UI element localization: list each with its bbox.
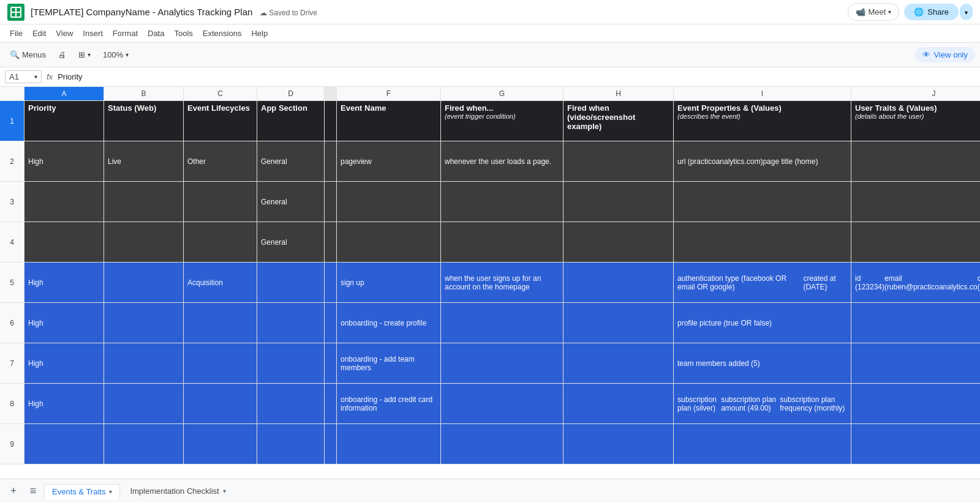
cell-g6[interactable] — [441, 303, 564, 343]
cell-e7[interactable] — [325, 343, 337, 383]
cell-c5[interactable]: Acquisition — [184, 263, 257, 302]
cell-f6[interactable]: onboarding - create profile — [337, 303, 441, 343]
cell-f9[interactable] — [337, 424, 441, 464]
cell-c6[interactable] — [184, 303, 257, 343]
cell-a5[interactable]: High — [24, 263, 104, 302]
cell-b3[interactable] — [104, 182, 184, 222]
cell-j7[interactable] — [851, 343, 980, 383]
cell-j3[interactable] — [851, 182, 980, 222]
share-chevron-button[interactable]: ▾ — [960, 4, 973, 20]
cell-j4[interactable] — [851, 222, 980, 262]
cell-h7[interactable] — [564, 343, 674, 383]
col-header-a[interactable]: A — [24, 87, 104, 100]
cell-i7[interactable]: team members added (5) — [674, 343, 851, 383]
cell-f8[interactable]: onboarding - add credit card information — [337, 384, 441, 423]
cell-g3[interactable] — [441, 182, 564, 222]
cell-i9[interactable] — [674, 424, 851, 464]
col-header-d[interactable]: D — [257, 87, 325, 100]
cell-a1[interactable]: Priority — [24, 101, 104, 141]
menus-button[interactable]: 🔍 Menus — [5, 48, 51, 62]
cell-e2[interactable] — [325, 141, 337, 181]
format-button[interactable]: ⊞ ▾ — [74, 48, 96, 62]
cell-a3[interactable] — [24, 182, 104, 222]
cell-b2[interactable]: Live — [104, 141, 184, 181]
cell-b1[interactable]: Status (Web) — [104, 101, 184, 141]
cell-d6[interactable] — [257, 303, 325, 343]
col-header-j[interactable]: J — [851, 87, 980, 100]
cell-g7[interactable] — [441, 343, 564, 383]
cell-i2[interactable]: url (practicoanalytics.com)page title (h… — [674, 141, 851, 181]
col-header-i[interactable]: I — [674, 87, 851, 100]
cell-i1[interactable]: Event Properties & (Values) (describes t… — [674, 101, 851, 141]
col-header-g[interactable]: G — [441, 87, 564, 100]
cell-g1[interactable]: Fired when... (event trigger condition) — [441, 101, 564, 141]
cell-j9[interactable] — [851, 424, 980, 464]
cell-e5[interactable] — [325, 263, 337, 302]
cell-a4[interactable] — [24, 222, 104, 262]
cell-f7[interactable]: onboarding - add team members — [337, 343, 441, 383]
cell-c8[interactable] — [184, 384, 257, 423]
cell-j1[interactable]: User Traits & (Values) (details about th… — [851, 101, 980, 141]
cell-f1[interactable]: Event Name — [337, 101, 441, 141]
col-header-e[interactable] — [325, 87, 337, 100]
cell-e9[interactable] — [325, 424, 337, 464]
cell-i4[interactable] — [674, 222, 851, 262]
cell-j5[interactable]: id (123234)email (ruben@practicoanalytic… — [851, 263, 980, 302]
cell-e4[interactable] — [325, 222, 337, 262]
cell-h5[interactable] — [564, 263, 674, 302]
cell-b9[interactable] — [104, 424, 184, 464]
cell-d1[interactable]: App Section — [257, 101, 325, 141]
cell-f5[interactable]: sign up — [337, 263, 441, 302]
cell-d9[interactable] — [257, 424, 325, 464]
cell-g8[interactable] — [441, 384, 564, 423]
menu-data[interactable]: Data — [143, 28, 169, 39]
cell-d3[interactable]: General — [257, 182, 325, 222]
cell-g2[interactable]: whenever the user loads a page. — [441, 141, 564, 181]
menu-extensions[interactable]: Extensions — [198, 28, 247, 39]
cell-f3[interactable] — [337, 182, 441, 222]
cell-h6[interactable] — [564, 303, 674, 343]
menu-format[interactable]: Format — [108, 28, 143, 39]
meet-button[interactable]: 📹 Meet ▾ — [848, 3, 899, 21]
cell-e8[interactable] — [325, 384, 337, 423]
cell-e6[interactable] — [325, 303, 337, 343]
menu-tools[interactable]: Tools — [169, 28, 197, 39]
share-button[interactable]: 🌐 Share — [904, 4, 959, 20]
cell-e3[interactable] — [325, 182, 337, 222]
cell-a7[interactable]: High — [24, 343, 104, 383]
cell-a2[interactable]: High — [24, 141, 104, 181]
cell-h1[interactable]: Fired when (video/screenshot example) — [564, 101, 674, 141]
cell-h9[interactable] — [564, 424, 674, 464]
cell-j8[interactable] — [851, 384, 980, 423]
cell-d8[interactable] — [257, 384, 325, 423]
cell-g9[interactable] — [441, 424, 564, 464]
zoom-button[interactable]: 100% ▾ — [98, 48, 134, 62]
col-header-f[interactable]: F — [337, 87, 441, 100]
col-header-c[interactable]: C — [184, 87, 257, 100]
menu-help[interactable]: Help — [246, 28, 273, 39]
cell-h3[interactable] — [564, 182, 674, 222]
cell-a9[interactable] — [24, 424, 104, 464]
print-button[interactable]: 🖨 — [53, 48, 71, 62]
menu-view[interactable]: View — [51, 28, 78, 39]
cell-b5[interactable] — [104, 263, 184, 302]
grid-scroll[interactable]: 1 Priority Status (Web) Event Lifecycles… — [0, 101, 980, 479]
menu-edit[interactable]: Edit — [28, 28, 51, 39]
cell-j2[interactable] — [851, 141, 980, 181]
cell-j6[interactable] — [851, 303, 980, 343]
cell-b4[interactable] — [104, 222, 184, 262]
col-header-h[interactable]: H — [564, 87, 674, 100]
cell-d4[interactable]: General — [257, 222, 325, 262]
cell-i3[interactable] — [674, 182, 851, 222]
cell-c4[interactable] — [184, 222, 257, 262]
menu-insert[interactable]: Insert — [78, 28, 108, 39]
cell-reference[interactable]: A1 ▾ — [5, 70, 42, 83]
cell-f2[interactable]: pageview — [337, 141, 441, 181]
cell-h8[interactable] — [564, 384, 674, 423]
cell-i6[interactable]: profile picture (true OR false) — [674, 303, 851, 343]
cell-b6[interactable] — [104, 303, 184, 343]
cell-c9[interactable] — [184, 424, 257, 464]
cell-d2[interactable]: General — [257, 141, 325, 181]
cell-c3[interactable] — [184, 182, 257, 222]
cell-c2[interactable]: Other — [184, 141, 257, 181]
